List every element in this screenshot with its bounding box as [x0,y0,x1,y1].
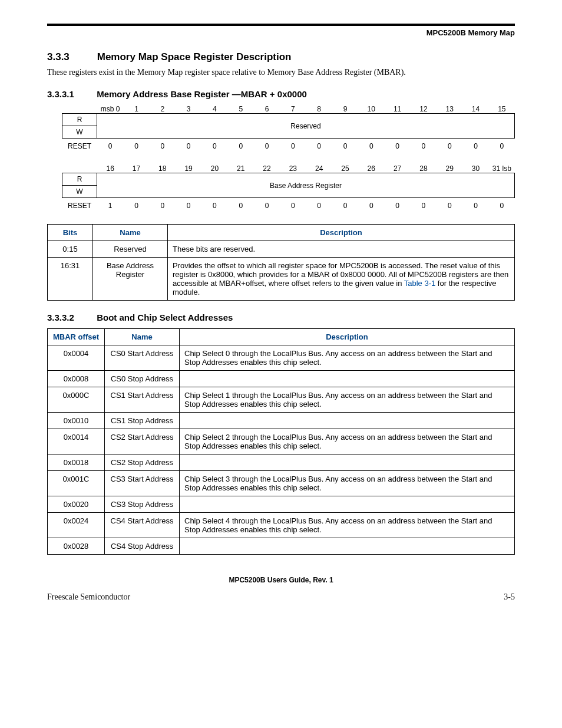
subsection-number: 3.3.3.1 [47,89,94,99]
table-row: 0x0004CS0 Start AddressChip Select 0 thr… [48,345,515,371]
footer-left: Freescale Semiconductor [47,592,130,602]
table-row: 0x000CCS1 Start AddressChip Select 1 thr… [48,387,515,413]
table-row: 0x0014CS2 Start AddressChip Select 2 thr… [48,429,515,454]
table-header-row: Bits Name Description [48,225,515,241]
register-diagram: msb 0123 4567 891011 12131415 R W Reserv… [62,105,515,210]
rw-w-label: W [62,185,97,198]
table-row: 0x0010CS1 Stop Address [48,413,515,429]
chip-select-table: MBAR offset Name Description 0x0004CS0 S… [47,328,515,555]
reset-row-low: RESET 1000 0000 0000 0000 [62,202,515,210]
subsection-title: Memory Address Base Register —MBAR + 0x0… [97,89,307,99]
bit-header-row-high: msb 0123 4567 891011 12131415 [62,105,515,113]
rw-r-label: R [62,113,97,126]
table-row: 0x001CCS3 Start AddressChip Select 3 thr… [48,471,515,496]
field-reserved: Reserved [97,113,515,139]
section-intro: These registers exist in the Memory Map … [47,68,515,77]
table-link[interactable]: Table 3-1 [404,279,435,288]
field-base-address: Base Address Register [97,173,515,198]
table-row: 0x0020CS3 Stop Address [48,496,515,513]
bits-description-table: Bits Name Description 0:15 Reserved Thes… [47,224,515,301]
rw-w-label: W [62,126,97,139]
table-row: 0x0008CS0 Stop Address [48,371,515,387]
table-row: 0x0018CS2 Stop Address [48,454,515,471]
section-title: Memory Map Space Register Description [97,51,292,62]
footer-doc-title: MPC5200B Users Guide, Rev. 1 [47,576,515,584]
table-row: 0x0028CS4 Stop Address [48,538,515,555]
register-field-low: R W Base Address Register [62,173,515,198]
subsection-number: 3.3.3.2 [47,312,94,322]
subsection-title: Boot and Chip Select Addresses [97,312,233,322]
section-number: 3.3.3 [47,51,94,63]
bit-header-row-low: 16171819 20212223 24252627 28293031 lsb [62,164,515,173]
header-rule [47,24,515,26]
footer-page-number: 3-5 [504,592,515,602]
footer-row: Freescale Semiconductor 3-5 [47,592,515,602]
subsection-heading: 3.3.3.1 Memory Address Base Register —MB… [47,89,515,99]
section-heading: 3.3.3 Memory Map Space Register Descript… [47,51,515,63]
table-header-row: MBAR offset Name Description [48,329,515,345]
register-field-high: R W Reserved [62,113,515,139]
table-row: 0:15 Reserved These bits are reserved. [48,241,515,258]
table-row: 16:31 Base Address Register Provides the… [48,258,515,301]
reset-row-high: RESET 0000 0000 0000 0000 [62,142,515,150]
page-header-title: MPC5200B Memory Map [47,28,515,37]
table-row: 0x0024CS4 Start AddressChip Select 4 thr… [48,513,515,538]
rw-r-label: R [62,173,97,185]
subsection-heading: 3.3.3.2 Boot and Chip Select Addresses [47,312,515,322]
